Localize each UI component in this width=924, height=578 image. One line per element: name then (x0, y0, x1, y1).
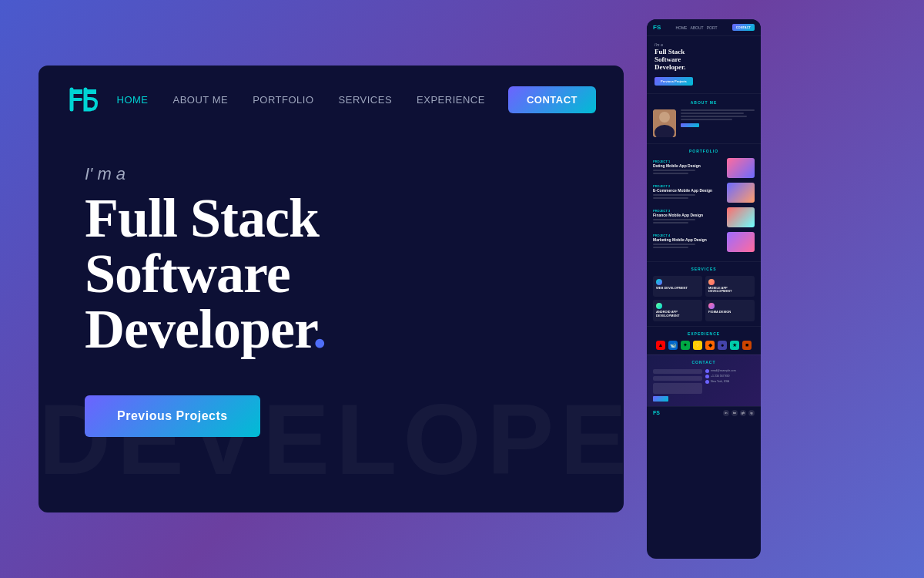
preview-contact-content: email@example.com +1 234 567 890 New Yor… (653, 369, 755, 402)
preview-location-text: New York, USA (711, 380, 729, 383)
exp-icon-2: 🐋 (668, 341, 678, 350)
contact-button[interactable]: CONTACT (508, 86, 596, 113)
logo-icon (66, 82, 100, 116)
preview-contact-btn: CONTACT (732, 24, 755, 31)
preview-experience-section: EXPERIENCE ▲ 🐋 ✦ ⚡ ◆ ● ★ ■ (647, 326, 761, 355)
exp-icon-3: ✦ (681, 341, 690, 350)
preview-project-1-name: Dating Mobile App Design (653, 163, 723, 168)
social-twitter-icon: tw (732, 410, 738, 416)
email-icon (705, 369, 709, 373)
preview-service-2-label: MOBILE APP DEVELOPMENT (708, 287, 752, 294)
social-instagram-icon: ig (748, 410, 755, 416)
exp-icon-1: ▲ (656, 341, 665, 350)
preview-hero-title: Full StackSoftwareDeveloper. (654, 49, 753, 72)
preview-project-4: PROJECT 4 Marketing Mobile App Design (653, 232, 755, 252)
nav-portfolio[interactable]: PORTFOLIO (253, 92, 313, 106)
preview-contact-location: New York, USA (705, 380, 755, 384)
preview-name-input (653, 369, 702, 374)
android-dev-icon (656, 303, 662, 309)
preview-contact-info: email@example.com +1 234 567 890 New Yor… (705, 369, 755, 402)
preview-services-title: SERVICES (653, 267, 755, 271)
preview-contact-form (653, 369, 702, 402)
exp-icon-6: ● (718, 341, 727, 350)
preview-service-2: MOBILE APP DEVELOPMENT (705, 276, 755, 297)
exp-icon-5: ◆ (705, 341, 715, 350)
preview-project-1-img (727, 158, 755, 178)
preview-service-1-label: WEB DEVELOPMENT (656, 287, 699, 291)
hero-title-line3: Developer (85, 298, 313, 360)
nav-about[interactable]: ABOUT ME (173, 92, 229, 106)
preview-portfolio-section: PORTFOLIO PROJECT 1 Dating Mobile App De… (647, 143, 761, 261)
preview-project-2-text: PROJECT 2 E-Commerce Mobile App Design (653, 184, 723, 200)
preview-experience-title: EXPERIENCE (653, 331, 755, 336)
nav-services[interactable]: SERVICES (339, 92, 393, 106)
exp-icon-7: ★ (730, 341, 739, 350)
previous-projects-button[interactable]: Previous Projects (85, 395, 260, 437)
navbar: HOME ABOUT ME PORTFOLIO SERVICES EXPERIE… (38, 66, 624, 133)
preview-about-content (653, 109, 755, 137)
nav-experience[interactable]: EXPERIENCE (417, 92, 485, 106)
preview-services-grid: WEB DEVELOPMENT MOBILE APP DEVELOPMENT A… (653, 276, 755, 321)
phone-icon (705, 375, 709, 378)
preview-contact-email: email@example.com (705, 369, 755, 373)
location-icon (705, 380, 709, 384)
preview-project-1-text: PROJECT 1 Dating Mobile App Design (653, 160, 723, 176)
preview-about-section: ABOUT ME (647, 93, 761, 143)
preview-project-2-name: E-Commerce Mobile App Design (653, 188, 723, 193)
exp-icon-8: ■ (742, 341, 752, 350)
preview-project-4-img (727, 232, 755, 252)
preview-project-2-img (727, 183, 755, 203)
preview-footer-socials: in tw gh ig (723, 410, 755, 416)
preview-email-input (653, 376, 702, 381)
preview-nav-home: HOME (675, 25, 687, 30)
hero-title-line1: Full Stack (85, 187, 319, 249)
preview-send-button (653, 396, 668, 402)
preview-hero-intro: I'm a (654, 42, 753, 47)
preview-footer-logo: FS (653, 410, 660, 415)
preview-service-1: WEB DEVELOPMENT (653, 276, 702, 297)
preview-project-3-img (727, 207, 755, 227)
hero-title: Full Stack Software Developer. (85, 190, 578, 357)
preview-project-3-text: PROJECT 3 Finance Mobile App Design (653, 209, 723, 225)
preview-scroll-card: FS HOME ABOUT PORT CONTACT I'm a Full St… (647, 19, 761, 559)
preview-hero: I'm a Full StackSoftwareDeveloper. Previ… (647, 36, 761, 93)
preview-nav-about: ABOUT (690, 25, 703, 30)
exp-icon-4: ⚡ (693, 341, 702, 350)
hero-dot: . (313, 298, 326, 360)
social-github-icon: gh (740, 410, 746, 416)
preview-project-4-name: Marketing Mobile App Design (653, 237, 723, 242)
preview-experience-icons: ▲ 🐋 ✦ ⚡ ◆ ● ★ ■ (653, 341, 755, 350)
logo[interactable] (66, 82, 100, 116)
preview-project-3: PROJECT 3 Finance Mobile App Design (653, 207, 755, 227)
svg-point-1 (659, 112, 670, 123)
preview-project-1: PROJECT 1 Dating Mobile App Design (653, 158, 755, 178)
preview-services-section: SERVICES WEB DEVELOPMENT MOBILE APP DEVE… (647, 261, 761, 326)
preview-nav-items: HOME ABOUT PORT (675, 25, 717, 30)
preview-contact-title: CONTACT (653, 360, 755, 365)
web-dev-icon (656, 279, 662, 285)
preview-nav-portfolio: PORT (707, 25, 718, 30)
preview-cta-btn: Previous Projects (654, 77, 693, 86)
logo-svg (67, 85, 99, 114)
preview-service-3: ANDROID APP DEVELOPMENT (653, 300, 702, 321)
hero-title-line2: Software (85, 243, 290, 304)
preview-project-4-text: PROJECT 4 Marketing Mobile App Design (653, 234, 723, 250)
figma-design-icon (708, 303, 715, 309)
nav-home[interactable]: HOME (117, 92, 149, 106)
preview-service-3-label: ANDROID APP DEVELOPMENT (656, 311, 699, 318)
preview-logo: FS (653, 24, 661, 31)
nav-links: HOME ABOUT ME PORTFOLIO SERVICES EXPERIE… (117, 92, 485, 106)
preview-contact-phone: +1 234 567 890 (705, 375, 755, 378)
preview-footer: FS in tw gh ig (647, 406, 761, 419)
preview-phone-text: +1 234 567 890 (711, 375, 729, 378)
preview-email-text: email@example.com (711, 369, 736, 372)
preview-contact-section: CONTACT email@example.com +1 234 567 89 (647, 355, 761, 406)
preview-service-4-label: FIGMA DESIGN (708, 311, 752, 314)
main-hero-card: DEVELOPER HOME ABOUT ME P (38, 66, 624, 512)
hero-intro: I' m a (85, 164, 578, 184)
social-linkedin-icon: in (723, 410, 729, 416)
preview-avatar (653, 109, 676, 137)
preview-message-input (653, 383, 702, 394)
preview-project-3-name: Finance Mobile App Design (653, 213, 723, 217)
preview-service-4: FIGMA DESIGN (705, 300, 755, 321)
